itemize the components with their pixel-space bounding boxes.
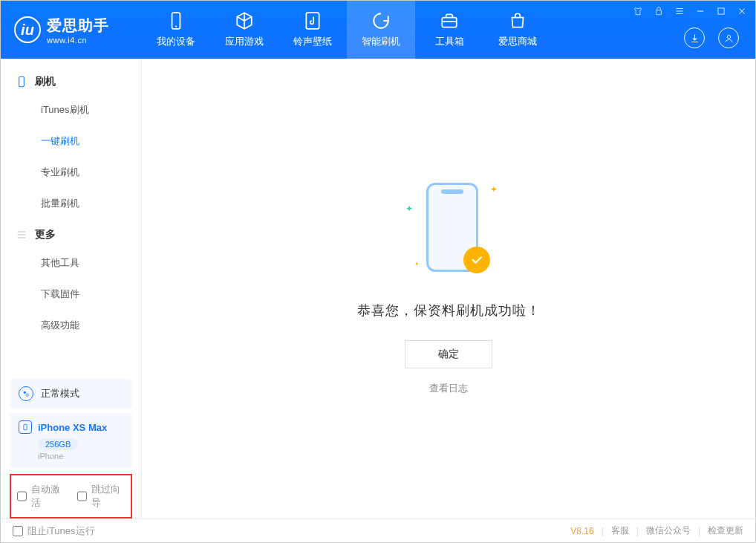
- device-type: iPhone: [38, 452, 123, 461]
- logo-icon: iu: [14, 16, 41, 43]
- sidebar-group-title: 刷机: [35, 75, 56, 88]
- separator: |: [636, 526, 639, 536]
- list-icon: [16, 229, 27, 241]
- svg-rect-2: [306, 13, 319, 29]
- separator: |: [602, 526, 604, 536]
- app-url: www.i4.cn: [47, 36, 109, 45]
- sparkle-icon: ✦: [490, 184, 498, 195]
- window-controls: [632, 5, 748, 17]
- checkbox-skip-guide[interactable]: 跳过向导: [77, 483, 126, 510]
- svg-point-9: [26, 394, 28, 396]
- ok-button[interactable]: 确定: [405, 340, 492, 368]
- nav-tabs: 我的设备 应用游戏 铃声壁纸 智能刷机 工具箱 爱思商城: [142, 1, 552, 59]
- svg-point-8: [24, 391, 26, 394]
- footer-right: V8.16 | 客服 | 微信公众号 | 检查更新: [570, 524, 743, 537]
- options-highlight-box: 自动激活 跳过向导: [10, 474, 132, 518]
- device-storage: 256GB: [38, 438, 78, 450]
- separator: |: [698, 526, 700, 536]
- nav-tab-toolbox[interactable]: 工具箱: [415, 1, 483, 59]
- mode-icon: [19, 386, 33, 401]
- svg-rect-3: [442, 18, 457, 27]
- nav-label: 爱思商城: [498, 35, 537, 48]
- sidebar-group-title: 更多: [35, 228, 56, 241]
- svg-rect-7: [19, 77, 25, 86]
- sidebar-item-pro-flash[interactable]: 专业刷机: [1, 157, 141, 188]
- sidebar-item-other-tools[interactable]: 其他工具: [1, 247, 141, 279]
- checkbox-block-itunes[interactable]: 阻止iTunes运行: [13, 524, 95, 538]
- checkbox-input[interactable]: [17, 491, 27, 501]
- check-badge-icon: [463, 247, 490, 273]
- maximize-button[interactable]: [715, 5, 727, 17]
- nav-tab-ringtone[interactable]: 铃声壁纸: [278, 1, 347, 59]
- sidebar-item-batch-flash[interactable]: 批量刷机: [1, 188, 141, 219]
- sparkle-icon: ✦: [405, 204, 413, 214]
- nav-label: 我的设备: [157, 35, 195, 48]
- sidebar-group-more: 更多: [1, 219, 141, 247]
- svg-point-6: [727, 35, 730, 38]
- sidebar: 刷机 iTunes刷机 一键刷机 专业刷机 批量刷机 更多 其他工具 下载固件 …: [1, 59, 142, 518]
- checkbox-auto-activate[interactable]: 自动激活: [17, 483, 65, 510]
- device-info-box[interactable]: iPhone XS Max 256GB iPhone: [10, 413, 132, 468]
- device-name: iPhone XS Max: [38, 422, 107, 433]
- sparkle-icon: ✦: [414, 261, 420, 267]
- sidebar-item-advanced[interactable]: 高级功能: [1, 310, 141, 341]
- status-bar: 阻止iTunes运行 V8.16 | 客服 | 微信公众号 | 检查更新: [1, 518, 755, 542]
- checkbox-input[interactable]: [13, 526, 23, 536]
- device-phone-icon: [19, 420, 32, 434]
- app-header: iu 爱思助手 www.i4.cn 我的设备 应用游戏 铃声壁纸 智能刷机 工具…: [1, 1, 755, 59]
- refresh-shield-icon: [371, 11, 391, 30]
- phone-icon: [166, 11, 186, 30]
- svg-rect-4: [656, 10, 662, 15]
- version-label: V8.16: [570, 526, 593, 536]
- logo-text: 爱思助手 www.i4.cn: [47, 16, 109, 45]
- footer-link-support[interactable]: 客服: [611, 524, 629, 537]
- bag-icon: [508, 11, 527, 30]
- checkbox-label: 阻止iTunes运行: [27, 524, 95, 538]
- footer-link-update[interactable]: 检查更新: [708, 524, 743, 537]
- device-panels: 正常模式 iPhone XS Max 256GB iPhone 自动激活: [1, 374, 141, 518]
- svg-rect-5: [718, 8, 724, 14]
- nav-tab-store[interactable]: 爱思商城: [483, 1, 552, 59]
- close-button[interactable]: [736, 5, 748, 17]
- success-message: 恭喜您，保资料刷机成功啦！: [357, 302, 541, 319]
- device-icon: [16, 76, 27, 88]
- shirt-icon[interactable]: [632, 5, 644, 17]
- checkbox-label: 跳过向导: [91, 483, 126, 510]
- success-illustration: ✦ ✦ ✦: [404, 183, 493, 279]
- view-log-link[interactable]: 查看日志: [429, 382, 468, 395]
- main-content: ✦ ✦ ✦ 恭喜您，保资料刷机成功啦！ 确定 查看日志: [142, 59, 755, 518]
- nav-tab-flash[interactable]: 智能刷机: [347, 1, 415, 59]
- sidebar-item-itunes-flash[interactable]: iTunes刷机: [1, 94, 141, 126]
- sidebar-scroll: 刷机 iTunes刷机 一键刷机 专业刷机 批量刷机 更多 其他工具 下载固件 …: [1, 59, 141, 374]
- svg-point-1: [175, 26, 177, 27]
- minimize-button[interactable]: [694, 5, 706, 17]
- nav-label: 应用游戏: [225, 35, 264, 48]
- user-icon[interactable]: [718, 27, 739, 48]
- header-right-icons: [684, 27, 739, 48]
- sidebar-group-flash: 刷机: [1, 66, 141, 94]
- toolbox-icon: [440, 11, 459, 30]
- logo-area: iu 爱思助手 www.i4.cn: [1, 16, 142, 45]
- footer-link-wechat[interactable]: 微信公众号: [646, 524, 691, 537]
- nav-tab-apps[interactable]: 应用游戏: [210, 1, 278, 59]
- nav-label: 工具箱: [435, 35, 464, 48]
- nav-label: 智能刷机: [362, 35, 400, 48]
- download-icon[interactable]: [684, 27, 705, 48]
- nav-label: 铃声壁纸: [293, 35, 332, 48]
- checkbox-label: 自动激活: [31, 483, 65, 510]
- sidebar-item-oneclick-flash[interactable]: 一键刷机: [1, 126, 141, 157]
- app-name: 爱思助手: [47, 16, 109, 36]
- lock-icon[interactable]: [653, 5, 665, 17]
- nav-tab-device[interactable]: 我的设备: [142, 1, 210, 59]
- sidebar-item-download-firmware[interactable]: 下载固件: [1, 279, 141, 310]
- device-mode-box[interactable]: 正常模式: [10, 379, 132, 409]
- checkbox-input[interactable]: [77, 491, 87, 501]
- cube-icon: [235, 11, 254, 30]
- device-mode-label: 正常模式: [41, 387, 79, 400]
- body-area: 刷机 iTunes刷机 一键刷机 专业刷机 批量刷机 更多 其他工具 下载固件 …: [1, 59, 755, 518]
- menu-icon[interactable]: [674, 5, 685, 17]
- music-file-icon: [303, 11, 322, 30]
- svg-rect-10: [24, 424, 27, 430]
